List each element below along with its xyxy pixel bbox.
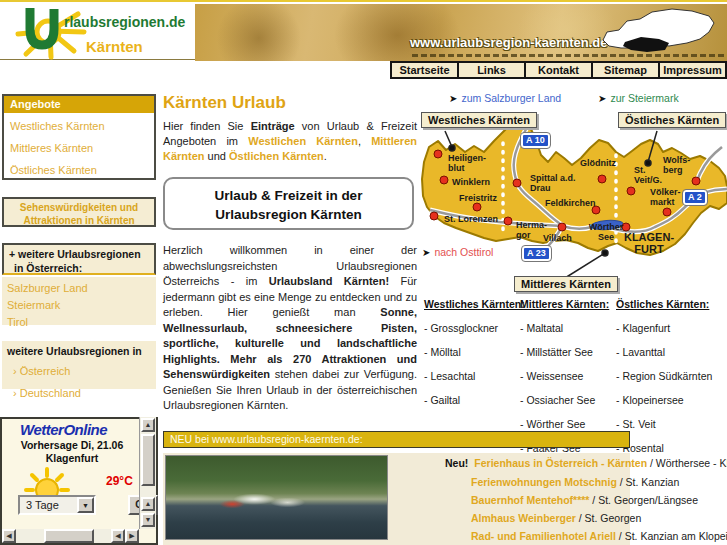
scroll-right-icon[interactable]: ▶ [125, 529, 139, 543]
scroll-down-icon[interactable]: ▼ [141, 513, 155, 527]
weather-city: Klagenfurt [2, 452, 142, 464]
scroll-up-icon[interactable]: ▲ [141, 418, 155, 432]
link-oestliches-kaernten[interactable]: Östlichen Kärnten [229, 150, 324, 162]
nav-kontakt[interactable]: Kontakt [524, 63, 591, 77]
region-link[interactable]: - Mölltal [424, 346, 518, 358]
weather-vertical-scrollbar[interactable]: ▲ ▲ ▼ [139, 417, 156, 529]
austria-map-icon [597, 6, 717, 58]
map-label-westliches-kaernten[interactable]: Westliches Kärnten [421, 112, 537, 128]
feature-box-line1: Urlaub & Freizeit in der [165, 186, 412, 205]
scroll-thumb[interactable] [44, 529, 94, 543]
news-location: St. Kanzian [626, 476, 680, 488]
logo-region-text: Kärnten [86, 38, 143, 55]
neu-section-bar: NEU bei www.urlaubsregion-kaernten.de: [163, 431, 630, 448]
town-heiligenblut: Heiligen- blut [448, 153, 494, 173]
news-link[interactable]: Rad- und Familienhotel Ariell [471, 530, 616, 542]
link-westliches-kaernten[interactable]: Westlichen Kärnten [248, 135, 358, 147]
sidebar-link-mittel[interactable]: Mittleres Kärnten [4, 135, 154, 157]
news-link[interactable]: Ferienhaus in Österreich - Kärnten [474, 457, 647, 469]
sidebar-link-deutschland[interactable]: › Deutschland [7, 380, 156, 402]
sidebar-more-regions-box: weitere Urlaubsregionen in › Österreich … [2, 341, 156, 389]
body-bold: Urlaubsland Kärnten! [269, 275, 389, 287]
news-location: St. Kanzian am Klopeiner See [625, 530, 727, 542]
news-item: Bauernhof Mentehof**** / St. Georgen/Län… [471, 494, 698, 506]
nav-sitemap[interactable]: Sitemap [591, 63, 658, 77]
news-item: Rad- und Familienhotel Ariell / St. Kanz… [471, 530, 727, 542]
town-villach: Villach [543, 233, 572, 243]
page-title: Kärnten Urlaub [163, 93, 286, 113]
region-link[interactable]: - Rosental [616, 442, 724, 454]
region-link[interactable]: - Klopeinersee [616, 394, 724, 406]
region-link[interactable]: - Klagenfurt [616, 322, 724, 334]
region-link[interactable]: - Region Südkärnten [616, 370, 724, 382]
highway-badge-a23: A 23 [522, 246, 551, 261]
region-link[interactable]: - Grossglockner [424, 322, 518, 334]
news-link[interactable]: Almhaus Weinberger [471, 512, 576, 524]
highway-badge-a10: A 10 [521, 133, 550, 148]
sidebar-attractions-box[interactable]: Sehenswürdigkeiten und Attraktionen in K… [2, 197, 156, 227]
town-st-lorenzen: St. Lorenzen [444, 214, 498, 224]
region-link[interactable]: - Lesachtal [424, 370, 518, 382]
city-klagenfurt: KLAGEN- FURT [618, 231, 680, 255]
nav-startseite[interactable]: Startseite [392, 63, 457, 77]
attractions-line2: Attraktionen in Kärnten [4, 214, 154, 227]
link-nach-osttirol[interactable]: ➤nach Osttirol [422, 246, 493, 258]
sidebar-link-tirol[interactable]: Tirol [7, 314, 156, 331]
map-label-oestliches-kaernten[interactable]: Östliches Kärnten [618, 112, 726, 128]
temperature-value: 29°C [106, 474, 133, 488]
sidebar-link-west[interactable]: Westliches Kärnten [4, 113, 154, 135]
nav-impressum[interactable]: Impressum [658, 63, 725, 77]
more-austria-title1: + weitere Urlaubsregionen [9, 247, 154, 261]
news-item: Neu!Ferienhaus in Österreich - Kärnten /… [445, 457, 727, 469]
region-link[interactable]: - Millstätter See [520, 346, 614, 358]
region-link[interactable]: - Maltatal [520, 322, 614, 334]
range-selected-value: 3 Tage [20, 497, 77, 513]
scroll-up-icon[interactable]: ▲ [141, 497, 155, 511]
scroll-left-icon[interactable]: ◀ [2, 529, 16, 543]
weather-horizontal-scrollbar[interactable]: ◀ ◀ ▶ [2, 529, 139, 543]
news-location: St. Georgen/Längsee [598, 494, 698, 506]
sidebar-link-ost[interactable]: Östliches Kärnten [4, 157, 154, 179]
sidebar-link-steiermark[interactable]: Steiermark [7, 297, 156, 314]
attractions-line1: Sehenswürdigkeiten und [4, 201, 154, 214]
forecast-range-select[interactable]: 3 Tage ▼ [18, 495, 96, 515]
sidebar-more-austria-links: Salzburger Land Steiermark Tirol [2, 277, 156, 325]
intro-text: und [205, 150, 229, 162]
chevron-down-icon[interactable]: ▼ [77, 497, 94, 513]
wetteronline-logo[interactable]: WetterOnline [20, 421, 107, 438]
arrow-right-icon: ➤ [422, 247, 430, 258]
column-title: Mittleres Kärnten: [520, 298, 614, 310]
link-label: nach Osttirol [434, 246, 493, 258]
region-link[interactable]: - Weissensee [520, 370, 614, 382]
more-regions-title: weitere Urlaubsregionen in [7, 344, 156, 358]
sidebar-link-salzburgerland[interactable]: Salzburger Land [7, 280, 156, 297]
region-link[interactable]: - Lavanttal [616, 346, 724, 358]
region-link[interactable]: - St. Veit [616, 418, 724, 430]
separator: / [620, 476, 623, 488]
logo-text: rlaubsregionen.de [64, 14, 185, 30]
news-link[interactable]: Ferienwohnungen Motschnig [471, 476, 617, 488]
news-location: St. Georgen [585, 512, 642, 524]
scroll-track[interactable] [16, 529, 111, 543]
column-oestliches-kaernten: Östliches Kärnten: - Klagenfurt - Lavant… [616, 298, 724, 454]
town-winklern: Winklern [452, 177, 490, 187]
separator: / [650, 457, 653, 469]
region-link[interactable]: - Gailtal [424, 394, 518, 406]
town-wolfsberg: Wolfs- berg [663, 155, 697, 175]
separator: / [619, 530, 622, 542]
sidebar-angebote-box: Angebote Westliches Kärnten Mittleres Kä… [2, 94, 156, 180]
sidebar-link-oesterreich[interactable]: › Österreich [7, 358, 156, 380]
column-title: Westliches Kärnten: [424, 298, 518, 310]
scroll-left-icon[interactable]: ◀ [111, 529, 125, 543]
region-link[interactable]: - Wörther See [520, 418, 614, 430]
site-domain: www.urlaubsregion-kaernten.de [410, 35, 607, 50]
header: rlaubsregionen.de Kärnten www.urlaubsreg… [0, 0, 727, 60]
news-link[interactable]: Bauernhof Mentehof**** [471, 494, 589, 506]
nav-links[interactable]: Links [457, 63, 524, 77]
scroll-thumb[interactable] [141, 434, 155, 486]
map-label-mittleres-kaernten[interactable]: Mittleres Kärnten [514, 276, 618, 292]
town-feldkirchen: Feldkirchen [545, 198, 596, 208]
news-location: Wörthersee - Klagenfurt [656, 457, 727, 469]
region-link[interactable]: - Ossiacher See [520, 394, 614, 406]
news-item: Almhaus Weinberger / St. Georgen [471, 512, 641, 524]
